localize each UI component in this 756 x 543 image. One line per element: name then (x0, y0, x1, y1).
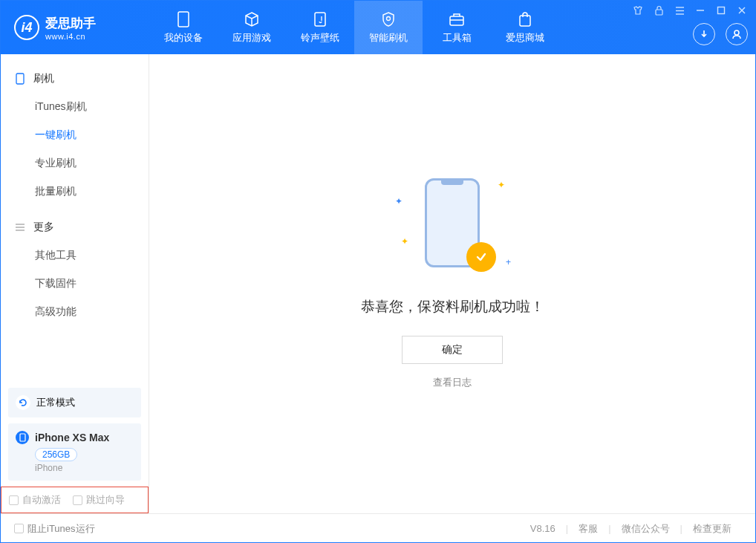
sparkle-icon: ✦ (395, 196, 403, 207)
footer-update[interactable]: 检查更新 (682, 522, 742, 536)
app-url: www.i4.cn (45, 32, 96, 41)
nav-flash[interactable]: 智能刷机 (354, 1, 423, 54)
nav-ring[interactable]: 铃声壁纸 (286, 1, 354, 54)
phone-badge-icon (16, 431, 29, 444)
shield-icon (380, 11, 397, 27)
svg-rect-11 (718, 7, 725, 14)
checkbox-icon (9, 495, 19, 505)
footer-service[interactable]: 客服 (568, 522, 608, 536)
device-mode-label: 正常模式 (36, 396, 75, 409)
nav-device[interactable]: 我的设备 (149, 1, 218, 54)
nav-apps[interactable]: 应用游戏 (218, 1, 286, 54)
device-capacity: 256GB (35, 448, 77, 461)
version-label: V8.16 (530, 523, 566, 534)
device-panel: 正常模式 iPhone XS Max 256GB iPhone (1, 382, 149, 487)
device-type: iPhone (35, 463, 134, 473)
nav-label: 智能刷机 (369, 31, 408, 45)
phone-icon (175, 11, 192, 27)
checkbox-icon (73, 495, 82, 505)
bag-icon (517, 11, 533, 27)
side-item-pro[interactable]: 专业刷机 (1, 149, 149, 178)
checkbox-icon (14, 524, 24, 533)
check-badge-icon (466, 242, 496, 272)
user-button[interactable] (726, 23, 748, 45)
footer: 阻止iTunes运行 V8.16 | 客服 | 微信公众号 | 检查更新 (1, 513, 755, 543)
checkbox-label: 自动激活 (22, 493, 61, 507)
minimize-button[interactable] (694, 4, 706, 16)
svg-rect-15 (16, 74, 24, 84)
logo[interactable]: i4 爱思助手 www.i4.cn (1, 15, 149, 41)
nav-label: 爱思商城 (506, 31, 544, 45)
checkbox-label: 阻止iTunes运行 (27, 522, 95, 536)
toolbox-icon (449, 11, 465, 27)
svg-rect-3 (450, 16, 463, 25)
nav-label: 我的设备 (164, 31, 203, 45)
success-message: 恭喜您，保资料刷机成功啦！ (361, 297, 544, 316)
sparkle-icon: ✦ (401, 236, 408, 247)
options-highlight: 自动激活 跳过向导 (1, 487, 149, 513)
nav-label: 铃声壁纸 (301, 31, 339, 45)
side-group-label: 刷机 (33, 72, 54, 85)
nav-store[interactable]: 爱思商城 (491, 1, 559, 54)
view-log-link[interactable]: 查看日志 (433, 376, 472, 389)
svg-rect-5 (520, 16, 530, 26)
refresh-icon (16, 395, 30, 410)
nav-label: 工具箱 (443, 31, 472, 45)
maximize-button[interactable] (715, 4, 727, 16)
device-name-row: iPhone XS Max (16, 431, 134, 444)
logo-icon: i4 (14, 15, 39, 40)
success-illustration: ✦ ✦ ✦ + (404, 178, 501, 275)
sparkle-icon: + (506, 257, 511, 267)
nav-tools[interactable]: 工具箱 (423, 1, 491, 54)
close-button[interactable] (736, 4, 748, 16)
svg-point-14 (734, 30, 739, 35)
shirt-icon[interactable] (632, 4, 644, 16)
device-info[interactable]: iPhone XS Max 256GB iPhone (8, 423, 141, 481)
menu-icon[interactable] (674, 4, 685, 16)
top-nav: 我的设备 应用游戏 铃声壁纸 智能刷机 工具箱 爱思商城 (149, 1, 559, 54)
svg-rect-6 (656, 10, 662, 15)
side-item-itunes[interactable]: iTunes刷机 (1, 93, 149, 121)
phone-outline-icon (14, 73, 26, 85)
checkbox-skip-guide[interactable]: 跳过向导 (73, 493, 125, 507)
side-item-batch[interactable]: 批量刷机 (1, 178, 149, 206)
sparkle-icon: ✦ (498, 180, 505, 190)
checkbox-label: 跳过向导 (86, 493, 125, 507)
music-icon (312, 11, 328, 27)
download-button[interactable] (693, 23, 715, 45)
sidebar: 刷机 iTunes刷机 一键刷机 专业刷机 批量刷机 更多 其他工具 下载固件 … (1, 54, 149, 513)
side-item-adv[interactable]: 高级功能 (1, 298, 149, 326)
checkbox-block-itunes[interactable]: 阻止iTunes运行 (14, 522, 95, 536)
device-mode[interactable]: 正常模式 (8, 388, 141, 417)
ok-button[interactable]: 确定 (402, 336, 503, 364)
device-name: iPhone XS Max (35, 432, 109, 443)
svg-rect-1 (315, 13, 325, 26)
side-group-label: 更多 (33, 221, 54, 234)
side-group-flash: 刷机 (1, 65, 149, 93)
app-title: 爱思助手 (45, 15, 96, 32)
lock-icon[interactable] (653, 4, 665, 16)
body: 刷机 iTunes刷机 一键刷机 专业刷机 批量刷机 更多 其他工具 下载固件 … (1, 54, 755, 513)
side-item-other[interactable]: 其他工具 (1, 241, 149, 270)
main-content: ✦ ✦ ✦ + 恭喜您，保资料刷机成功啦！ 确定 查看日志 (149, 54, 755, 513)
svg-rect-0 (178, 12, 189, 27)
side-nav: 刷机 iTunes刷机 一键刷机 专业刷机 批量刷机 更多 其他工具 下载固件 … (1, 54, 149, 382)
list-icon (14, 223, 26, 232)
side-group-more: 更多 (1, 213, 149, 241)
window-controls (632, 1, 748, 20)
svg-point-2 (387, 16, 391, 20)
cube-icon (244, 11, 260, 27)
svg-rect-19 (20, 434, 25, 441)
checkbox-auto-activate[interactable]: 自动激活 (9, 493, 61, 507)
footer-wechat[interactable]: 微信公众号 (611, 522, 680, 536)
side-item-onekey[interactable]: 一键刷机 (1, 121, 149, 149)
header: i4 爱思助手 www.i4.cn 我的设备 应用游戏 铃声壁纸 智能刷机 工具… (1, 1, 755, 54)
header-right (632, 1, 748, 54)
nav-label: 应用游戏 (232, 31, 271, 45)
side-item-firmware[interactable]: 下载固件 (1, 270, 149, 298)
